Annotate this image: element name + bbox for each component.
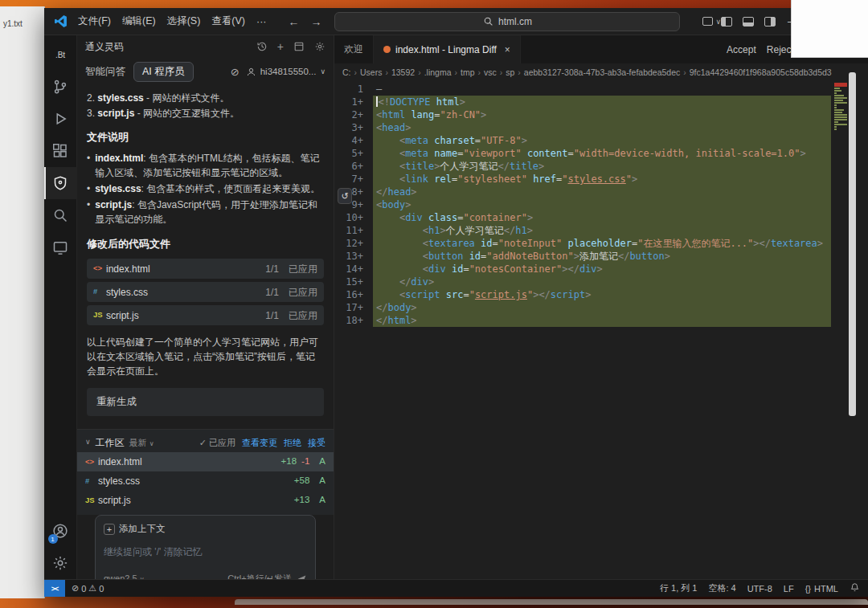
back-arrow-icon[interactable]: ← bbox=[288, 15, 299, 28]
file-card[interactable]: #styles.css1/1已应用 bbox=[87, 282, 324, 302]
breadcrumb-item[interactable]: sp bbox=[506, 67, 514, 77]
command-center-search[interactable]: html.cm bbox=[334, 12, 680, 31]
add-context-chip[interactable]: + 添加上下文 bbox=[104, 522, 166, 536]
code-text: <meta charset="UTF-8"> bbox=[373, 134, 831, 147]
breadcrumb-item[interactable]: tmp bbox=[461, 67, 475, 77]
encoding[interactable]: UTF-8 bbox=[747, 584, 772, 594]
code-line[interactable]: 5+ <meta name="viewport" content="width=… bbox=[334, 147, 868, 160]
tab-smart-qa[interactable]: 智能问答 bbox=[85, 65, 125, 79]
send-icon[interactable] bbox=[297, 573, 307, 580]
new-chat-icon[interactable]: + bbox=[277, 40, 284, 53]
code-line[interactable]: 6+ <title>个人学习笔记</title> bbox=[334, 160, 868, 173]
menu-item[interactable]: 文件(F) bbox=[72, 12, 117, 31]
notifications-bell-icon[interactable] bbox=[850, 582, 860, 594]
chat-input-placeholder[interactable]: 继续提问或 '/' 清除记忆 bbox=[104, 545, 307, 559]
toggle-sidebar-icon[interactable] bbox=[721, 17, 732, 27]
summary-text: 以上代码创建了一个简单的个人学习笔记网站，用户可以在文本区域输入笔记，点击“添加… bbox=[87, 335, 324, 378]
editor-tab[interactable]: index.html - Lingma Diff× bbox=[374, 35, 521, 63]
reject-link[interactable]: 拒绝 bbox=[284, 436, 301, 450]
workspace-file-row[interactable]: <>index.html+18-1A bbox=[77, 452, 334, 471]
file-card[interactable]: <>index.html1/1已应用 bbox=[87, 259, 324, 279]
foreground-window-scrollbar[interactable] bbox=[849, 72, 856, 416]
code-line[interactable]: 10+ <div class="container"> bbox=[334, 211, 868, 224]
remote-explorer-icon[interactable] bbox=[44, 231, 77, 263]
eol-setting[interactable]: LF bbox=[784, 584, 794, 594]
breadcrumb-item[interactable]: 9fc1a4429460f1f968a905c58db3d5d3 bbox=[690, 67, 832, 77]
view-changes-link[interactable]: 查看变更 bbox=[242, 436, 277, 450]
breadcrumb-item[interactable]: aebb3127-308a-47b3-ab3a-fefabdea5dec bbox=[524, 67, 680, 77]
caret-down-icon[interactable]: ∨ bbox=[320, 67, 326, 75]
problems-status[interactable]: ⊘ 0 ⚠ 0 bbox=[65, 583, 110, 594]
reject-button[interactable]: Reject bbox=[767, 44, 794, 55]
file-card[interactable]: JSscript.js1/1已应用 bbox=[87, 305, 324, 325]
lingma-icon[interactable] bbox=[44, 167, 77, 199]
lingma-float-button[interactable]: ↺ bbox=[338, 188, 352, 204]
regenerate-button[interactable]: 重新生成 bbox=[87, 388, 324, 416]
circle-slash-icon[interactable]: ⊘ bbox=[231, 66, 240, 78]
code-line[interactable]: 3+<head> bbox=[334, 121, 868, 134]
text-cursor bbox=[376, 96, 378, 107]
settings-gear-icon[interactable] bbox=[44, 547, 77, 579]
code-line[interactable]: 14+ <div id="notesContainer"></div> bbox=[334, 263, 868, 275]
breadcrumb-item[interactable]: C: bbox=[342, 67, 351, 77]
extension-bt-icon[interactable]: .Bt bbox=[44, 39, 77, 71]
toggle-panel-icon[interactable] bbox=[743, 17, 754, 27]
workspace-file-row[interactable]: #styles.css+58A bbox=[77, 471, 334, 491]
account-name[interactable]: hi34815550... bbox=[260, 67, 317, 76]
minimap-deletion-marker bbox=[834, 83, 847, 87]
workspace-file-row[interactable]: JSscript.js+13A bbox=[77, 491, 334, 510]
history-icon[interactable] bbox=[256, 41, 268, 52]
accept-link[interactable]: 接受 bbox=[308, 436, 326, 450]
extensions-icon[interactable] bbox=[44, 135, 77, 167]
code-line[interactable]: 15+ </div> bbox=[334, 275, 868, 288]
deleted-line-marker: — bbox=[373, 83, 831, 96]
breadcrumb-item[interactable]: vsc bbox=[484, 67, 497, 77]
code-line[interactable]: 1+<!DOCTYPE html> bbox=[334, 96, 868, 108]
code-line[interactable]: 17+</body> bbox=[334, 301, 868, 314]
search-text: html.cm bbox=[498, 16, 532, 27]
breadcrumb-item[interactable]: .lingma bbox=[424, 67, 452, 77]
run-debug-icon[interactable] bbox=[44, 103, 77, 135]
breadcrumb-item[interactable]: Users bbox=[360, 67, 382, 77]
status-bar: >< ⊘ 0 ⚠ 0 行 1, 列 1 空格: 4 UTF-8 LF {} HT… bbox=[44, 579, 868, 597]
search-sidebar-icon[interactable] bbox=[44, 199, 77, 231]
line-number: 16+ bbox=[334, 288, 373, 301]
code-line[interactable]: 8+</head> bbox=[334, 186, 868, 198]
open-window-icon[interactable] bbox=[293, 41, 305, 52]
editor-tab[interactable]: 欢迎 bbox=[334, 35, 374, 63]
breadcrumb-item[interactable]: 13592 bbox=[391, 67, 415, 77]
indent-setting[interactable]: 空格: 4 bbox=[708, 582, 735, 594]
account-icon[interactable]: 1 bbox=[44, 515, 77, 547]
background-window[interactable]: y1.txt bbox=[0, 6, 45, 598]
caret-down-icon[interactable]: ∨ bbox=[85, 437, 91, 448]
source-control-icon[interactable] bbox=[44, 71, 77, 103]
code-line[interactable]: 11+ <h1>个人学习笔记</h1> bbox=[334, 224, 868, 237]
toggle-secondary-sidebar-icon[interactable] bbox=[764, 17, 776, 27]
latest-dropdown[interactable]: 最新 ∨ bbox=[129, 436, 154, 450]
menu-item[interactable]: 选择(S) bbox=[162, 12, 207, 31]
code-line[interactable]: 7+ <link rel="stylesheet" href="styles.c… bbox=[334, 173, 868, 186]
menu-item[interactable]: 查看(V) bbox=[206, 12, 251, 31]
panel-settings-icon[interactable] bbox=[314, 41, 326, 52]
menu-more-button[interactable]: ··· bbox=[251, 14, 272, 30]
tab-ai-programmer[interactable]: AI 程序员 bbox=[133, 62, 194, 82]
remote-indicator[interactable]: >< bbox=[44, 580, 65, 597]
code-line[interactable]: 13+ <button id="addNoteButton">添加笔记</but… bbox=[334, 250, 868, 263]
chat-input-box[interactable]: + 添加上下文 继续提问或 '/' 清除记忆 qwen2.5 ∨ Ctrl+换行… bbox=[95, 515, 316, 579]
cursor-position[interactable]: 行 1, 列 1 bbox=[660, 582, 697, 594]
close-icon[interactable]: × bbox=[505, 44, 510, 55]
forward-arrow-icon[interactable]: → bbox=[310, 15, 321, 28]
profile-selector[interactable]: ∨ bbox=[702, 17, 721, 26]
code-editor[interactable]: 1—1+<!DOCTYPE html>2+<html lang="zh-CN">… bbox=[334, 81, 868, 579]
language-mode[interactable]: {} HTML bbox=[805, 584, 838, 594]
code-line[interactable]: 16+ <script src="script.js"></script> bbox=[334, 288, 868, 301]
model-selector[interactable]: qwen2.5 ∨ bbox=[104, 572, 145, 579]
code-line[interactable]: 4+ <meta charset="UTF-8"> bbox=[334, 134, 868, 147]
accept-button[interactable]: Accept bbox=[727, 44, 756, 55]
code-line[interactable]: 12+ <textarea id="noteInput" placeholder… bbox=[334, 237, 868, 250]
code-line[interactable]: 2+<html lang="zh-CN"> bbox=[334, 108, 868, 121]
menu-item[interactable]: 编辑(E) bbox=[117, 12, 162, 31]
code-line[interactable]: 18+</html> bbox=[334, 314, 868, 327]
code-line[interactable]: 9+<body> bbox=[334, 198, 868, 211]
minimap-lines[interactable] bbox=[834, 88, 847, 131]
